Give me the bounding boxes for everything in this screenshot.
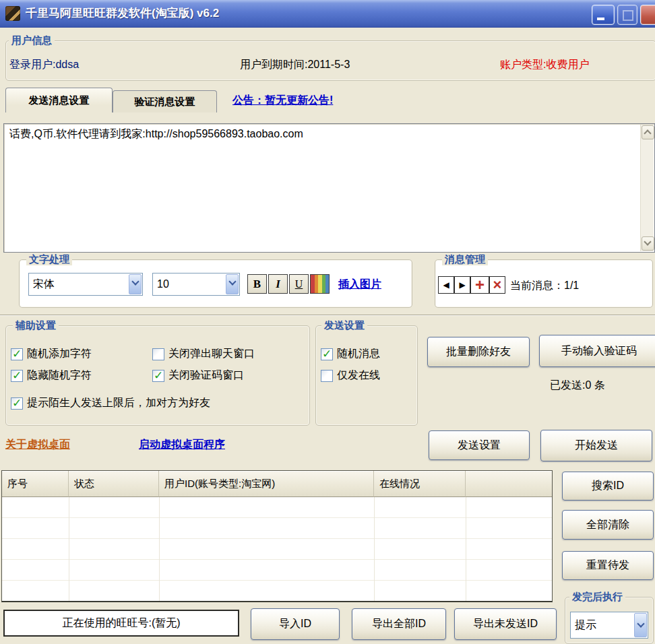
checkbox-label: 关闭弹出聊天窗口 (168, 347, 255, 361)
checkbox-box[interactable] (321, 348, 333, 360)
prev-message-button[interactable]: ◀ (438, 276, 454, 294)
launch-virtual-desktop-link[interactable]: 启动虚拟桌面程序 (139, 438, 225, 452)
window-title: 千里马阿里旺旺群发软件(淘宝版) v6.2 (26, 0, 219, 27)
search-id-button[interactable]: 搜索ID (562, 472, 654, 501)
checkbox-label: 随机消息 (337, 347, 380, 361)
font-family-value: 宋体 (33, 273, 55, 295)
tab-label: 发送消息设置 (29, 94, 90, 107)
chevron-down-icon[interactable] (129, 274, 142, 294)
italic-icon: I (276, 278, 280, 291)
editor-scrollbar[interactable] (640, 125, 654, 251)
italic-button[interactable]: I (268, 274, 288, 294)
font-size-value: 10 (157, 273, 169, 295)
login-user-text: 登录用户:ddsa (9, 58, 79, 72)
message-management-group-label: 消息管理 (442, 253, 488, 265)
tab-verify-message-settings[interactable]: 验证消息设置 (113, 90, 217, 112)
chevron-down-icon[interactable] (634, 613, 647, 637)
checkbox-box[interactable] (11, 370, 23, 382)
export-unsent-id-button[interactable]: 导出未发送ID (454, 608, 557, 640)
account-type-text: 账户类型:收费用户 (500, 58, 589, 72)
current-wangwang-field[interactable]: 正在使用的旺旺号:(暂无) (3, 610, 239, 637)
column-separator (374, 497, 375, 601)
tab-send-message-settings[interactable]: 发送消息设置 (5, 88, 113, 112)
announcement-link[interactable]: 公告：暂无更新公告! (232, 94, 333, 108)
checkbox-label: 随机添加字符 (27, 347, 92, 361)
minimize-button[interactable] (592, 5, 615, 25)
checkbox-box[interactable] (152, 348, 164, 360)
send-config-button[interactable]: 发送设置 (429, 430, 530, 460)
after-send-select[interactable]: 提示 (570, 612, 648, 639)
bold-icon: B (253, 278, 261, 291)
table-body (2, 497, 552, 601)
maximize-button[interactable] (617, 5, 637, 25)
bold-button[interactable]: B (247, 274, 267, 294)
column-header-index[interactable]: 序号 (2, 471, 69, 497)
checkbox-box[interactable] (321, 370, 333, 382)
text-processing-group-label: 文字处理 (26, 253, 72, 265)
checkbox-stranger-limit-add-friend[interactable]: 提示陌生人发送上限后，加对方为好友 (11, 396, 210, 410)
checkbox-label: 提示陌生人发送上限后，加对方为好友 (27, 396, 210, 410)
checkbox-label: 隐藏随机字符 (27, 368, 92, 383)
table-header-row: 序号 状态 用户ID(账号类型:淘宝网) 在线情况 (2, 471, 552, 497)
table-row[interactable] (2, 581, 552, 602)
after-send-group-label: 发完后执行 (569, 591, 625, 603)
chevron-down-icon (644, 238, 651, 245)
checkbox-hide-random-chars[interactable]: 隐藏随机字符 (11, 368, 92, 383)
reset-pending-button[interactable]: 重置待发 (562, 551, 654, 580)
insert-image-link[interactable]: 插入图片 (338, 278, 381, 292)
clear-all-button[interactable]: 全部清除 (562, 510, 654, 540)
import-id-button[interactable]: 导入ID (251, 608, 340, 640)
add-message-button[interactable]: + (470, 276, 489, 294)
checkbox-random-message[interactable]: 随机消息 (321, 347, 380, 361)
tab-label: 验证消息设置 (135, 96, 195, 108)
manual-captcha-button[interactable]: 手动输入验证码 (539, 335, 655, 367)
start-send-button[interactable]: 开始发送 (540, 430, 652, 461)
send-settings-group-label: 发送设置 (321, 319, 367, 331)
delete-message-button[interactable]: × (489, 276, 505, 294)
column-separator (466, 497, 466, 601)
app-icon (5, 6, 20, 21)
scrollbar-up-button[interactable] (642, 125, 654, 139)
table-row[interactable] (2, 539, 552, 560)
checkbox-close-chat-popup[interactable]: 关闭弹出聊天窗口 (152, 347, 255, 361)
sent-count-text: 已发送:0 条 (550, 379, 605, 393)
font-size-select[interactable]: 10 (152, 273, 240, 296)
main-window: 千里马阿里旺旺群发软件(淘宝版) v6.2 用户信息 登录用户:ddsa 用户到… (0, 0, 655, 644)
export-all-id-button[interactable]: 导出全部ID (352, 608, 446, 640)
arrow-right-icon: ▶ (459, 280, 465, 290)
column-header-empty[interactable] (466, 471, 552, 497)
batch-delete-friends-button[interactable]: 批量删除好友 (427, 337, 530, 367)
checkbox-box[interactable] (11, 397, 23, 410)
checkbox-label: 仅发在线 (337, 368, 380, 383)
checkbox-random-add-chars[interactable]: 随机添加字符 (11, 347, 92, 361)
table-row[interactable] (2, 560, 552, 581)
expire-time-text: 用户到期时间:2011-5-3 (240, 58, 350, 72)
table-row[interactable] (2, 497, 552, 518)
section-divider (0, 315, 655, 316)
table-row[interactable] (2, 518, 552, 539)
underline-button[interactable]: U (289, 274, 309, 294)
font-family-select[interactable]: 宋体 (28, 273, 143, 296)
column-header-status[interactable]: 状态 (69, 471, 159, 497)
underline-icon: U (295, 278, 303, 290)
id-table: 序号 状态 用户ID(账号类型:淘宝网) 在线情况 (1, 470, 553, 602)
auxiliary-settings-group-label: 辅助设置 (13, 319, 59, 331)
about-virtual-desktop-link[interactable]: 关于虚拟桌面 (5, 438, 70, 452)
message-textarea[interactable]: 话费,Q币.软件代理请到我家:http://shop59566893.taoba… (3, 123, 655, 253)
next-message-button[interactable]: ▶ (454, 276, 470, 294)
checkbox-close-captcha-window[interactable]: 关闭验证码窗口 (152, 368, 244, 383)
font-color-button[interactable] (310, 274, 330, 294)
chevron-down-icon[interactable] (226, 274, 239, 294)
scrollbar-down-button[interactable] (642, 236, 654, 251)
chevron-up-icon (644, 129, 651, 137)
message-text: 话费,Q币.软件代理请到我家:http://shop59566893.taoba… (9, 127, 637, 141)
column-header-online[interactable]: 在线情况 (374, 471, 466, 497)
arrow-left-icon: ◀ (443, 280, 449, 290)
column-header-user-id[interactable]: 用户ID(账号类型:淘宝网) (159, 471, 374, 497)
checkbox-box[interactable] (152, 370, 164, 382)
checkbox-online-only[interactable]: 仅发在线 (321, 368, 380, 383)
close-button[interactable] (640, 5, 655, 25)
x-icon: × (493, 278, 502, 292)
checkbox-box[interactable] (11, 348, 23, 360)
column-separator (159, 497, 160, 601)
